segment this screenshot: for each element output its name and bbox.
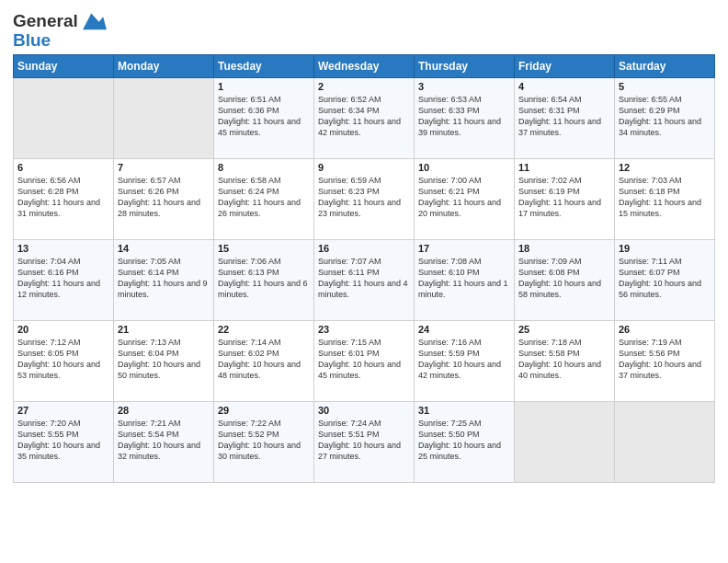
day-number: 9 xyxy=(318,162,410,173)
day-cell: 6Sunrise: 6:56 AMSunset: 6:28 PMDaylight… xyxy=(14,159,114,240)
day-cell: 24Sunrise: 7:16 AMSunset: 5:59 PMDayligh… xyxy=(415,321,515,402)
day-cell: 13Sunrise: 7:04 AMSunset: 6:16 PMDayligh… xyxy=(14,240,114,321)
day-cell: 22Sunrise: 7:14 AMSunset: 6:02 PMDayligh… xyxy=(214,321,314,402)
day-content: Sunrise: 7:16 AMSunset: 5:59 PMDaylight:… xyxy=(418,337,510,382)
day-content: Sunrise: 7:04 AMSunset: 6:16 PMDaylight:… xyxy=(17,256,109,301)
logo: General Blue xyxy=(13,9,108,49)
day-content: Sunrise: 7:20 AMSunset: 5:55 PMDaylight:… xyxy=(17,418,109,463)
day-content: Sunrise: 6:55 AMSunset: 6:29 PMDaylight:… xyxy=(619,94,711,139)
day-number: 15 xyxy=(218,243,310,254)
logo-blue: Blue xyxy=(13,31,108,49)
day-number: 1 xyxy=(218,81,310,92)
day-content: Sunrise: 7:09 AMSunset: 6:08 PMDaylight:… xyxy=(518,256,610,301)
day-content: Sunrise: 7:00 AMSunset: 6:21 PMDaylight:… xyxy=(418,175,510,220)
day-content: Sunrise: 6:57 AMSunset: 6:26 PMDaylight:… xyxy=(118,175,210,220)
day-number: 30 xyxy=(318,405,410,416)
day-number: 8 xyxy=(218,162,310,173)
day-content: Sunrise: 7:24 AMSunset: 5:51 PMDaylight:… xyxy=(318,418,410,463)
day-content: Sunrise: 6:53 AMSunset: 6:33 PMDaylight:… xyxy=(418,94,510,139)
day-content: Sunrise: 6:54 AMSunset: 6:31 PMDaylight:… xyxy=(518,94,610,139)
day-content: Sunrise: 6:51 AMSunset: 6:36 PMDaylight:… xyxy=(218,94,310,139)
day-cell: 28Sunrise: 7:21 AMSunset: 5:54 PMDayligh… xyxy=(114,402,214,483)
day-content: Sunrise: 6:58 AMSunset: 6:24 PMDaylight:… xyxy=(218,175,310,220)
day-cell xyxy=(14,78,114,159)
header-cell-wednesday: Wednesday xyxy=(314,55,415,78)
day-content: Sunrise: 7:06 AMSunset: 6:13 PMDaylight:… xyxy=(218,256,310,301)
day-cell: 15Sunrise: 7:06 AMSunset: 6:13 PMDayligh… xyxy=(214,240,314,321)
day-content: Sunrise: 7:11 AMSunset: 6:07 PMDaylight:… xyxy=(619,256,711,301)
header-cell-tuesday: Tuesday xyxy=(214,55,314,78)
day-content: Sunrise: 6:56 AMSunset: 6:28 PMDaylight:… xyxy=(17,175,109,220)
header-cell-saturday: Saturday xyxy=(615,55,715,78)
day-content: Sunrise: 7:07 AMSunset: 6:11 PMDaylight:… xyxy=(318,256,410,301)
day-cell: 20Sunrise: 7:12 AMSunset: 6:05 PMDayligh… xyxy=(14,321,114,402)
day-number: 31 xyxy=(418,405,510,416)
day-number: 23 xyxy=(318,324,410,335)
day-content: Sunrise: 7:25 AMSunset: 5:50 PMDaylight:… xyxy=(418,418,510,463)
header-cell-thursday: Thursday xyxy=(415,55,515,78)
day-number: 19 xyxy=(619,243,711,254)
day-number: 16 xyxy=(318,243,410,254)
day-number: 22 xyxy=(218,324,310,335)
day-number: 24 xyxy=(418,324,510,335)
day-content: Sunrise: 7:05 AMSunset: 6:14 PMDaylight:… xyxy=(118,256,210,301)
day-number: 13 xyxy=(17,243,109,254)
week-row-2: 6Sunrise: 6:56 AMSunset: 6:28 PMDaylight… xyxy=(14,159,715,240)
day-cell: 12Sunrise: 7:03 AMSunset: 6:18 PMDayligh… xyxy=(615,159,715,240)
day-number: 12 xyxy=(619,162,711,173)
day-cell: 23Sunrise: 7:15 AMSunset: 6:01 PMDayligh… xyxy=(314,321,415,402)
day-cell: 2Sunrise: 6:52 AMSunset: 6:34 PMDaylight… xyxy=(314,78,415,159)
day-cell: 19Sunrise: 7:11 AMSunset: 6:07 PMDayligh… xyxy=(615,240,715,321)
day-number: 4 xyxy=(518,81,610,92)
day-cell: 1Sunrise: 6:51 AMSunset: 6:36 PMDaylight… xyxy=(214,78,314,159)
day-cell: 31Sunrise: 7:25 AMSunset: 5:50 PMDayligh… xyxy=(415,402,515,483)
week-row-1: 1Sunrise: 6:51 AMSunset: 6:36 PMDaylight… xyxy=(14,78,715,159)
day-number: 29 xyxy=(218,405,310,416)
day-cell: 3Sunrise: 6:53 AMSunset: 6:33 PMDaylight… xyxy=(415,78,515,159)
svg-marker-0 xyxy=(83,14,107,30)
day-number: 10 xyxy=(418,162,510,173)
day-content: Sunrise: 7:15 AMSunset: 6:01 PMDaylight:… xyxy=(318,337,410,382)
header-row: SundayMondayTuesdayWednesdayThursdayFrid… xyxy=(14,55,715,78)
logo-icon xyxy=(81,9,108,31)
day-number: 6 xyxy=(17,162,109,173)
main-container: General Blue SundayMondayTuesdayWednesda… xyxy=(0,0,728,490)
day-number: 11 xyxy=(518,162,610,173)
logo-general: General xyxy=(13,12,78,29)
day-number: 18 xyxy=(518,243,610,254)
header-cell-friday: Friday xyxy=(515,55,615,78)
day-cell: 26Sunrise: 7:19 AMSunset: 5:56 PMDayligh… xyxy=(615,321,715,402)
header-cell-sunday: Sunday xyxy=(14,55,114,78)
day-cell: 14Sunrise: 7:05 AMSunset: 6:14 PMDayligh… xyxy=(114,240,214,321)
day-content: Sunrise: 7:08 AMSunset: 6:10 PMDaylight:… xyxy=(418,256,510,301)
day-cell: 30Sunrise: 7:24 AMSunset: 5:51 PMDayligh… xyxy=(314,402,415,483)
day-cell: 16Sunrise: 7:07 AMSunset: 6:11 PMDayligh… xyxy=(314,240,415,321)
calendar-table: SundayMondayTuesdayWednesdayThursdayFrid… xyxy=(13,54,715,483)
day-cell: 18Sunrise: 7:09 AMSunset: 6:08 PMDayligh… xyxy=(515,240,615,321)
day-number: 20 xyxy=(17,324,109,335)
day-number: 28 xyxy=(118,405,210,416)
day-cell xyxy=(114,78,214,159)
day-number: 7 xyxy=(118,162,210,173)
day-content: Sunrise: 7:13 AMSunset: 6:04 PMDaylight:… xyxy=(118,337,210,382)
day-number: 17 xyxy=(418,243,510,254)
day-cell: 5Sunrise: 6:55 AMSunset: 6:29 PMDaylight… xyxy=(615,78,715,159)
day-number: 2 xyxy=(318,81,410,92)
day-content: Sunrise: 6:59 AMSunset: 6:23 PMDaylight:… xyxy=(318,175,410,220)
day-number: 25 xyxy=(518,324,610,335)
day-number: 14 xyxy=(118,243,210,254)
day-content: Sunrise: 7:19 AMSunset: 5:56 PMDaylight:… xyxy=(619,337,711,382)
day-number: 3 xyxy=(418,81,510,92)
day-cell: 17Sunrise: 7:08 AMSunset: 6:10 PMDayligh… xyxy=(415,240,515,321)
day-content: Sunrise: 7:03 AMSunset: 6:18 PMDaylight:… xyxy=(619,175,711,220)
day-cell: 11Sunrise: 7:02 AMSunset: 6:19 PMDayligh… xyxy=(515,159,615,240)
day-cell: 25Sunrise: 7:18 AMSunset: 5:58 PMDayligh… xyxy=(515,321,615,402)
day-cell xyxy=(615,402,715,483)
day-cell: 10Sunrise: 7:00 AMSunset: 6:21 PMDayligh… xyxy=(415,159,515,240)
day-number: 21 xyxy=(118,324,210,335)
day-cell: 8Sunrise: 6:58 AMSunset: 6:24 PMDaylight… xyxy=(214,159,314,240)
day-content: Sunrise: 7:21 AMSunset: 5:54 PMDaylight:… xyxy=(118,418,210,463)
day-cell: 21Sunrise: 7:13 AMSunset: 6:04 PMDayligh… xyxy=(114,321,214,402)
day-number: 5 xyxy=(619,81,711,92)
day-content: Sunrise: 7:22 AMSunset: 5:52 PMDaylight:… xyxy=(218,418,310,463)
